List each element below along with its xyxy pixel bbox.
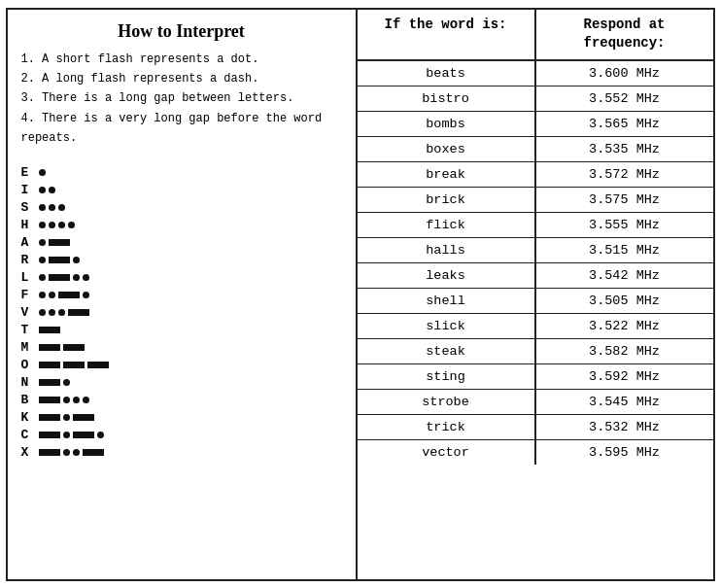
col-word-header: If the word is: [358,10,536,59]
freq-cell: 3.545 MHz [536,390,713,414]
freq-cell: 3.565 MHz [536,112,713,136]
col-freq-header: Respond at frequency: [536,10,713,59]
morse-dot [73,257,80,263]
freq-cell: 3.552 MHz [536,86,713,111]
morse-row: N [21,375,342,390]
word-cell: flick [358,213,536,237]
table-row: slick3.522 MHz [358,314,713,339]
table-row: sting3.592 MHz [358,364,713,390]
table-row: boxes3.535 MHz [358,137,713,162]
morse-dot [83,397,89,403]
morse-dash [63,362,85,368]
morse-letter: V [21,305,39,320]
morse-row: I [21,183,342,197]
morse-row: X [21,445,342,460]
morse-row: E [21,165,342,180]
morse-dash [87,362,109,368]
freq-cell: 3.522 MHz [536,314,713,338]
instruction-line: 4. There is a very long gap before the w… [21,109,342,149]
table-body: beats3.600 MHzbistro3.552 MHzbombs3.565 … [358,61,713,465]
morse-symbols [39,222,75,228]
freq-cell: 3.535 MHz [536,137,713,161]
morse-dot [39,222,46,228]
table-row: beats3.600 MHz [358,61,713,86]
table-row: bombs3.565 MHz [358,112,713,137]
freq-cell: 3.582 MHz [536,339,713,363]
morse-dash [68,309,89,316]
morse-dot [73,274,80,281]
morse-dash [39,397,60,403]
morse-dash [39,362,60,368]
word-cell: steak [358,339,536,363]
table-row: break3.572 MHz [358,162,713,188]
word-cell: bombs [358,112,536,136]
table-row: leaks3.542 MHz [358,263,713,289]
table-row: vector3.595 MHz [358,440,713,465]
morse-dash [49,239,70,246]
morse-dash [39,449,60,456]
morse-symbols [39,169,46,176]
morse-dot [49,309,55,316]
freq-cell: 3.515 MHz [536,238,713,262]
morse-dash [39,379,60,386]
morse-symbols [39,274,89,281]
morse-row: V [21,305,342,320]
freq-cell: 3.532 MHz [536,415,713,439]
morse-letter: O [21,358,39,372]
morse-letter: X [21,445,39,460]
morse-row: F [21,288,342,302]
morse-dot [49,222,55,228]
morse-letter: M [21,340,39,355]
morse-dot [39,309,46,316]
morse-row: H [21,218,342,232]
morse-dot [63,449,70,456]
word-cell: bistro [358,86,536,111]
word-cell: brick [358,188,536,212]
morse-row: B [21,393,342,407]
morse-dot [83,292,89,298]
word-cell: beats [358,61,536,86]
morse-dot [39,292,46,298]
morse-letter: H [21,218,39,232]
morse-row: M [21,340,342,355]
morse-letter: I [21,183,39,197]
morse-dash [63,344,85,351]
morse-dot [58,222,65,228]
morse-dot [63,397,70,403]
morse-dash [49,274,70,281]
morse-row: C [21,428,342,442]
instruction-line: 1. A short flash represents a dot. [21,50,342,69]
freq-cell: 3.592 MHz [536,364,713,389]
morse-symbols [39,327,60,333]
morse-dash [39,344,60,351]
word-cell: trick [358,415,536,439]
morse-letter: S [21,200,39,215]
word-cell: halls [358,238,536,262]
freq-cell: 3.572 MHz [536,162,713,187]
table-row: brick3.575 MHz [358,188,713,213]
morse-dot [39,169,46,176]
morse-row: K [21,410,342,425]
morse-symbols [39,239,70,246]
freq-cell: 3.505 MHz [536,289,713,313]
freq-cell: 3.575 MHz [536,188,713,212]
morse-dot [39,274,46,281]
left-panel: How to Interpret 1. A short flash repres… [8,10,358,579]
table-row: shell3.505 MHz [358,289,713,314]
morse-letter: L [21,270,39,285]
morse-dot [63,379,70,386]
instruction-line: 2. A long flash represents a dash. [21,69,342,88]
table-header: If the word is: Respond at frequency: [358,10,713,61]
morse-letter: C [21,428,39,442]
morse-letter: T [21,323,39,337]
table-row: halls3.515 MHz [358,238,713,263]
morse-table: EISHARLFVTMONBKCX [21,165,342,463]
morse-dot [39,204,46,211]
morse-symbols [39,344,85,351]
morse-row: O [21,358,342,372]
morse-row: A [21,235,342,250]
table-row: strobe3.545 MHz [358,390,713,415]
morse-symbols [39,204,65,211]
word-cell: strobe [358,390,536,414]
morse-letter: A [21,235,39,250]
